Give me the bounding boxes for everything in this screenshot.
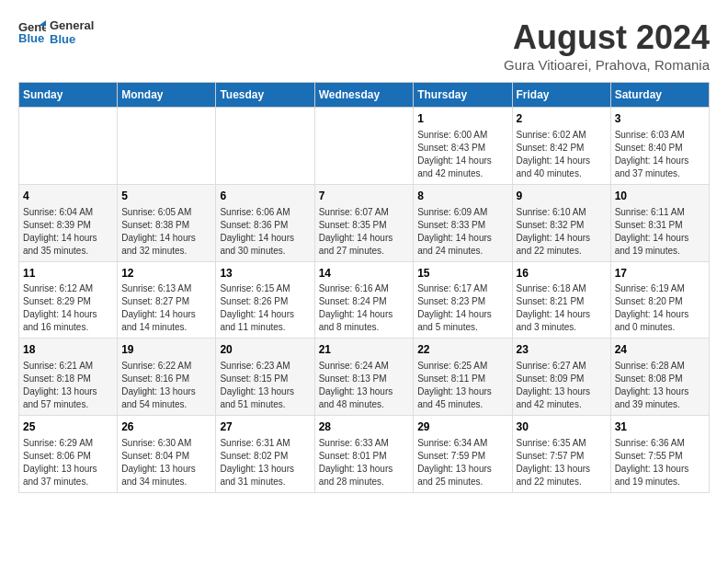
svg-text:Blue: Blue: [18, 31, 44, 45]
day-number: 18: [23, 342, 113, 358]
day-number: 24: [615, 342, 705, 358]
day-cell: 24Sunrise: 6:28 AM Sunset: 8:08 PM Dayli…: [610, 339, 709, 416]
day-number: 22: [417, 342, 507, 358]
day-number: 29: [417, 419, 507, 435]
week-row-2: 11Sunrise: 6:12 AM Sunset: 8:29 PM Dayli…: [19, 261, 710, 339]
day-info: Sunrise: 6:25 AM Sunset: 8:11 PM Dayligh…: [417, 360, 507, 411]
day-cell: 19Sunrise: 6:22 AM Sunset: 8:16 PM Dayli…: [118, 339, 216, 416]
day-number: 7: [319, 189, 410, 204]
day-cell: [216, 108, 314, 185]
header-day-wednesday: Wednesday: [314, 83, 414, 108]
day-number: 5: [121, 189, 211, 204]
day-number: 17: [615, 266, 705, 282]
day-cell: 13Sunrise: 6:15 AM Sunset: 8:26 PM Dayli…: [216, 261, 314, 339]
day-cell: 10Sunrise: 6:11 AM Sunset: 8:31 PM Dayli…: [610, 184, 709, 261]
day-info: Sunrise: 6:15 AM Sunset: 8:26 PM Dayligh…: [220, 282, 310, 334]
day-cell: 9Sunrise: 6:10 AM Sunset: 8:32 PM Daylig…: [512, 184, 610, 261]
day-info: Sunrise: 6:34 AM Sunset: 7:59 PM Dayligh…: [417, 437, 507, 488]
day-number: 9: [517, 189, 607, 204]
day-info: Sunrise: 6:00 AM Sunset: 8:43 PM Dayligh…: [417, 129, 507, 180]
day-cell: 5Sunrise: 6:05 AM Sunset: 8:38 PM Daylig…: [118, 184, 216, 261]
day-cell: 12Sunrise: 6:13 AM Sunset: 8:27 PM Dayli…: [118, 261, 216, 339]
day-number: 15: [417, 266, 507, 282]
day-info: Sunrise: 6:02 AM Sunset: 8:42 PM Dayligh…: [517, 129, 607, 180]
day-cell: 21Sunrise: 6:24 AM Sunset: 8:13 PM Dayli…: [314, 339, 414, 416]
day-number: 27: [220, 419, 310, 435]
header-day-saturday: Saturday: [610, 83, 709, 108]
header-row: SundayMondayTuesdayWednesdayThursdayFrid…: [19, 83, 710, 108]
header-day-thursday: Thursday: [414, 83, 512, 108]
day-info: Sunrise: 6:11 AM Sunset: 8:31 PM Dayligh…: [615, 206, 705, 258]
day-cell: 20Sunrise: 6:23 AM Sunset: 8:15 PM Dayli…: [216, 339, 314, 416]
header-day-friday: Friday: [512, 83, 610, 108]
day-number: 30: [517, 419, 607, 435]
day-number: 26: [121, 419, 211, 435]
day-info: Sunrise: 6:13 AM Sunset: 8:27 PM Dayligh…: [121, 282, 211, 334]
day-info: Sunrise: 6:06 AM Sunset: 8:36 PM Dayligh…: [220, 206, 310, 258]
day-info: Sunrise: 6:22 AM Sunset: 8:16 PM Dayligh…: [121, 360, 211, 411]
day-info: Sunrise: 6:27 AM Sunset: 8:09 PM Dayligh…: [517, 360, 607, 411]
week-row-1: 4Sunrise: 6:04 AM Sunset: 8:39 PM Daylig…: [19, 184, 710, 261]
day-info: Sunrise: 6:35 AM Sunset: 7:57 PM Dayligh…: [517, 437, 607, 488]
logo-line2: Blue: [50, 32, 94, 46]
day-cell: 7Sunrise: 6:07 AM Sunset: 8:35 PM Daylig…: [314, 184, 414, 261]
day-cell: 29Sunrise: 6:34 AM Sunset: 7:59 PM Dayli…: [414, 416, 512, 493]
day-number: 2: [517, 111, 607, 127]
logo-icon: General Blue: [18, 18, 46, 46]
day-number: 20: [220, 342, 310, 358]
day-number: 13: [220, 266, 310, 282]
day-cell: 27Sunrise: 6:31 AM Sunset: 8:02 PM Dayli…: [216, 416, 314, 493]
header-day-monday: Monday: [118, 83, 216, 108]
day-number: 28: [319, 419, 410, 435]
day-cell: 23Sunrise: 6:27 AM Sunset: 8:09 PM Dayli…: [512, 339, 610, 416]
day-number: 3: [615, 111, 705, 127]
day-info: Sunrise: 6:05 AM Sunset: 8:38 PM Dayligh…: [121, 206, 211, 258]
day-info: Sunrise: 6:18 AM Sunset: 8:21 PM Dayligh…: [517, 282, 607, 334]
title-area: August 2024 Gura Vitioarei, Prahova, Rom…: [504, 18, 710, 73]
day-cell: 14Sunrise: 6:16 AM Sunset: 8:24 PM Dayli…: [314, 261, 414, 339]
day-info: Sunrise: 6:31 AM Sunset: 8:02 PM Dayligh…: [220, 437, 310, 488]
header-day-tuesday: Tuesday: [216, 83, 314, 108]
calendar-subtitle: Gura Vitioarei, Prahova, Romania: [504, 57, 710, 73]
day-cell: [314, 108, 414, 185]
day-cell: [19, 108, 118, 185]
day-cell: 2Sunrise: 6:02 AM Sunset: 8:42 PM Daylig…: [512, 108, 610, 185]
day-info: Sunrise: 6:17 AM Sunset: 8:23 PM Dayligh…: [417, 282, 507, 334]
day-info: Sunrise: 6:23 AM Sunset: 8:15 PM Dayligh…: [220, 360, 310, 411]
day-cell: [118, 108, 216, 185]
day-cell: 3Sunrise: 6:03 AM Sunset: 8:40 PM Daylig…: [610, 108, 709, 185]
day-cell: 31Sunrise: 6:36 AM Sunset: 7:55 PM Dayli…: [610, 416, 709, 493]
day-cell: 17Sunrise: 6:19 AM Sunset: 8:20 PM Dayli…: [610, 261, 709, 339]
day-number: 4: [23, 189, 113, 204]
day-number: 31: [615, 419, 705, 435]
day-number: 16: [517, 266, 607, 282]
day-cell: 8Sunrise: 6:09 AM Sunset: 8:33 PM Daylig…: [414, 184, 512, 261]
week-row-3: 18Sunrise: 6:21 AM Sunset: 8:18 PM Dayli…: [19, 339, 710, 416]
week-row-4: 25Sunrise: 6:29 AM Sunset: 8:06 PM Dayli…: [19, 416, 710, 493]
day-cell: 16Sunrise: 6:18 AM Sunset: 8:21 PM Dayli…: [512, 261, 610, 339]
day-cell: 22Sunrise: 6:25 AM Sunset: 8:11 PM Dayli…: [414, 339, 512, 416]
day-info: Sunrise: 6:29 AM Sunset: 8:06 PM Dayligh…: [23, 437, 113, 488]
day-number: 6: [220, 189, 310, 204]
day-info: Sunrise: 6:04 AM Sunset: 8:39 PM Dayligh…: [23, 206, 113, 258]
day-number: 25: [23, 419, 113, 435]
day-info: Sunrise: 6:19 AM Sunset: 8:20 PM Dayligh…: [615, 282, 705, 334]
day-cell: 11Sunrise: 6:12 AM Sunset: 8:29 PM Dayli…: [19, 261, 118, 339]
day-number: 8: [417, 189, 507, 204]
day-number: 10: [615, 189, 705, 204]
day-info: Sunrise: 6:24 AM Sunset: 8:13 PM Dayligh…: [319, 360, 410, 411]
day-number: 21: [319, 342, 410, 358]
day-info: Sunrise: 6:03 AM Sunset: 8:40 PM Dayligh…: [615, 129, 705, 180]
day-cell: 18Sunrise: 6:21 AM Sunset: 8:18 PM Dayli…: [19, 339, 118, 416]
day-cell: 26Sunrise: 6:30 AM Sunset: 8:04 PM Dayli…: [118, 416, 216, 493]
day-info: Sunrise: 6:09 AM Sunset: 8:33 PM Dayligh…: [417, 206, 507, 258]
logo: General Blue General Blue: [18, 18, 94, 46]
day-cell: 4Sunrise: 6:04 AM Sunset: 8:39 PM Daylig…: [19, 184, 118, 261]
calendar-title: August 2024: [504, 18, 710, 57]
day-number: 1: [417, 111, 507, 127]
day-info: Sunrise: 6:07 AM Sunset: 8:35 PM Dayligh…: [319, 206, 410, 258]
day-info: Sunrise: 6:36 AM Sunset: 7:55 PM Dayligh…: [615, 437, 705, 488]
day-cell: 30Sunrise: 6:35 AM Sunset: 7:57 PM Dayli…: [512, 416, 610, 493]
calendar-table: SundayMondayTuesdayWednesdayThursdayFrid…: [18, 82, 710, 493]
day-number: 12: [121, 266, 211, 282]
